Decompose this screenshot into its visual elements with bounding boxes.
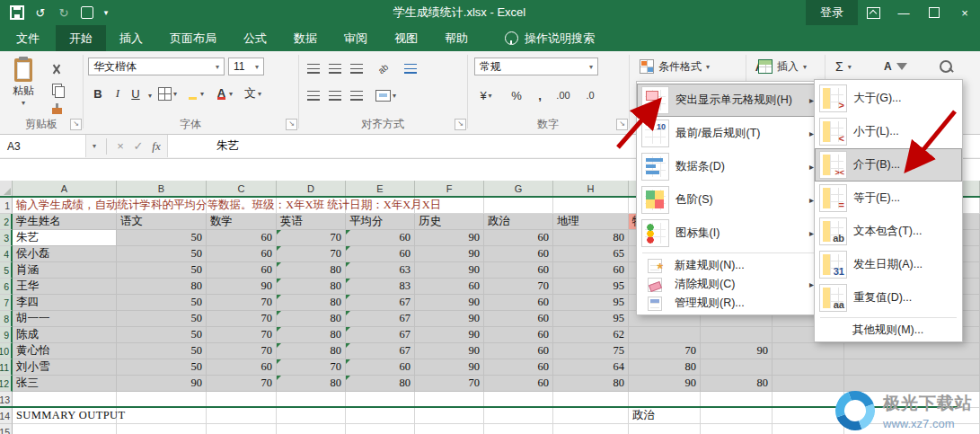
cell-B15[interactable] <box>117 424 207 434</box>
cell-I10[interactable]: 70 <box>629 343 701 359</box>
tab-6[interactable]: 视图 <box>381 25 431 51</box>
font-color-button[interactable]: A▾ <box>216 84 233 103</box>
cell-H4[interactable]: 65 <box>553 246 629 262</box>
cell-F3[interactable]: 90 <box>415 230 484 246</box>
row-header-14[interactable]: 14 <box>0 408 13 424</box>
save-icon[interactable] <box>5 0 29 25</box>
align-center-icon[interactable] <box>327 85 343 105</box>
cell-G11[interactable]: 60 <box>484 359 553 376</box>
row-header-6[interactable]: 6 <box>0 279 13 295</box>
select-all-corner[interactable] <box>0 181 13 196</box>
cell-A12[interactable]: 张三 <box>13 376 117 392</box>
cell-J15[interactable] <box>701 424 773 434</box>
column-header-F[interactable]: F <box>415 181 484 196</box>
cell-D15[interactable] <box>277 424 346 434</box>
cell-H2[interactable]: 地理 <box>553 214 629 230</box>
close-icon[interactable]: × <box>949 0 980 25</box>
tab-file[interactable]: 文件 <box>0 25 56 51</box>
fill-color-button[interactable]: ▾ <box>187 84 204 103</box>
cell-A7[interactable]: 李四 <box>13 295 117 311</box>
row-header-2[interactable]: 2 <box>0 214 13 230</box>
cell-H11[interactable]: 64 <box>553 359 629 376</box>
cell-B10[interactable]: 50 <box>117 343 207 359</box>
align-bottom-icon[interactable] <box>349 58 365 78</box>
merge-center-button[interactable]: ▾ <box>375 85 396 105</box>
cell-D14[interactable] <box>277 408 346 424</box>
cell-J14[interactable] <box>701 408 773 424</box>
cell-B5[interactable]: 50 <box>117 262 207 279</box>
cell-F6[interactable]: 60 <box>415 279 484 295</box>
copy-button[interactable] <box>47 80 66 98</box>
autosum-button[interactable]: Σ ▾ <box>830 56 857 77</box>
menu-item[interactable]: 清除规则(C)▸ <box>637 275 820 294</box>
cell-D4[interactable]: 70 <box>277 246 346 262</box>
cell-A6[interactable]: 王华 <box>13 279 117 295</box>
cell-J9[interactable] <box>701 327 773 343</box>
cell-F14[interactable] <box>415 408 484 424</box>
cell-E14[interactable] <box>346 408 415 424</box>
name-box-caret-icon[interactable]: ▾ <box>86 135 102 157</box>
touch-mode-icon[interactable] <box>75 0 99 25</box>
tab-1[interactable]: 插入 <box>106 25 156 51</box>
cell-G4[interactable]: 60 <box>484 246 553 262</box>
borders-button[interactable]: ▾ <box>158 84 177 103</box>
format-painter-button[interactable] <box>47 100 66 118</box>
ribbon-display-options-icon[interactable] <box>858 0 888 25</box>
enter-button[interactable]: ✓ <box>129 135 147 157</box>
cell-A8[interactable]: 胡一一 <box>13 311 117 327</box>
menu-item[interactable]: 大于(G)... <box>815 82 962 115</box>
dialog-launcher-icon[interactable]: ↘ <box>616 119 628 130</box>
tab-0[interactable]: 开始 <box>56 25 106 51</box>
row-header-11[interactable]: 11 <box>0 359 13 376</box>
cell-F11[interactable]: 90 <box>415 359 484 376</box>
cell-B4[interactable]: 50 <box>117 246 207 262</box>
cancel-button[interactable]: × <box>111 135 129 157</box>
cell-E6[interactable]: 83 <box>346 279 415 295</box>
dialog-launcher-icon[interactable]: ↘ <box>455 119 466 130</box>
cell-F4[interactable]: 90 <box>415 246 484 262</box>
cell-E2[interactable]: 平均分 <box>346 214 415 230</box>
insert-cells-button[interactable]: 插入 ▾ <box>753 56 812 77</box>
cell-G10[interactable]: 60 <box>484 343 553 359</box>
align-left-icon[interactable] <box>305 85 322 105</box>
tell-me-search[interactable]: 操作说明搜索 <box>505 25 595 51</box>
cell-C9[interactable]: 70 <box>207 327 277 343</box>
row-header-12[interactable]: 12 <box>0 376 13 392</box>
menu-item[interactable]: 色阶(S)▸ <box>637 183 820 217</box>
tab-4[interactable]: 数据 <box>280 25 331 51</box>
menu-item[interactable]: 突出显示单元格规则(H)▸ <box>637 84 820 117</box>
menu-item[interactable]: 其他规则(M)... <box>815 321 962 340</box>
cell-I14[interactable]: 政治 <box>629 408 701 424</box>
minimize-icon[interactable]: — <box>888 0 919 25</box>
cell-D8[interactable]: 80 <box>277 311 346 327</box>
row-header-8[interactable]: 8 <box>0 311 13 327</box>
cell-K14[interactable] <box>773 408 844 424</box>
cell-A11[interactable]: 刘小雪 <box>13 359 117 376</box>
cell-J10[interactable]: 90 <box>701 343 773 359</box>
cell-C6[interactable]: 90 <box>207 279 277 295</box>
cell-J12[interactable]: 80 <box>701 376 773 392</box>
cell-E5[interactable]: 63 <box>346 262 415 279</box>
menu-item[interactable]: 新建规则(N)... <box>637 256 820 275</box>
cell-C2[interactable]: 数学 <box>207 214 277 230</box>
menu-item[interactable]: 等于(E)... <box>815 182 962 215</box>
comma-format-button[interactable]: , <box>532 85 548 105</box>
cell-B11[interactable]: 50 <box>117 359 207 376</box>
cell-D3[interactable]: 70 <box>277 230 346 246</box>
qat-customize-caret-icon[interactable]: ▾ <box>99 0 113 25</box>
cell-G15[interactable] <box>484 424 553 434</box>
cell-D9[interactable]: 80 <box>277 327 346 343</box>
cell-C4[interactable]: 60 <box>207 246 277 262</box>
cell-C5[interactable]: 60 <box>207 262 277 279</box>
phonetic-guide-button[interactable]: 文▾ <box>244 84 261 103</box>
cell-B6[interactable]: 80 <box>117 279 207 295</box>
name-box[interactable]: A3 <box>0 135 86 157</box>
column-header-G[interactable]: G <box>484 181 553 196</box>
align-right-icon[interactable] <box>349 85 365 105</box>
cell-F2[interactable]: 历史 <box>415 214 484 230</box>
cell-E12[interactable]: 80 <box>346 376 415 392</box>
row-header-3[interactable]: 3 <box>0 230 13 246</box>
cell-C10[interactable]: 70 <box>207 343 277 359</box>
dialog-launcher-icon[interactable]: ↘ <box>70 119 82 130</box>
column-header-H[interactable]: H <box>553 181 629 196</box>
